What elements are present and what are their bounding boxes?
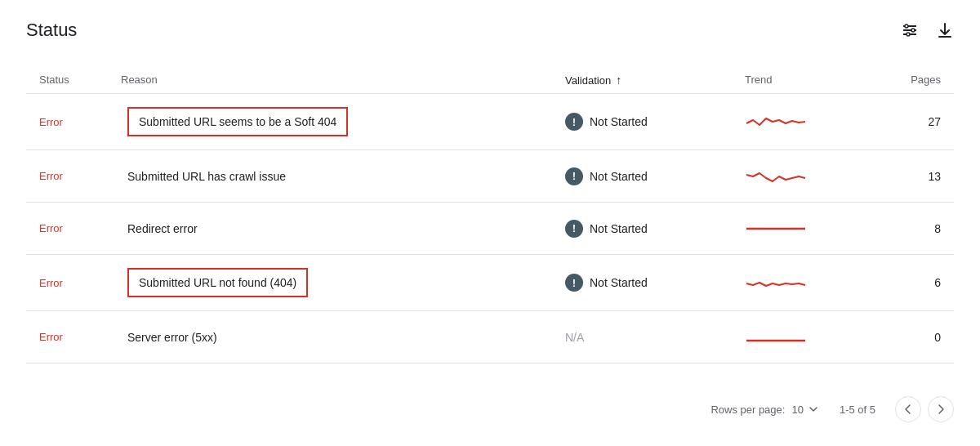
status-cell: Error <box>39 116 121 128</box>
table-row[interactable]: Error Redirect error ! Not Started 8 <box>26 203 954 255</box>
chevron-down-icon <box>807 403 820 416</box>
col-header-validation[interactable]: Validation ↑ <box>565 74 745 87</box>
header-actions <box>900 20 954 40</box>
pages-cell: 13 <box>875 170 941 183</box>
reason-cell: Submitted URL has crawl issue <box>121 157 565 196</box>
validation-icon: ! <box>565 274 583 292</box>
status-cell: Error <box>39 331 121 343</box>
pagination-controls <box>895 396 954 422</box>
table-row[interactable]: Error Submitted URL seems to be a Soft 4… <box>26 94 954 150</box>
page-container: Status Status <box>0 0 980 383</box>
page-range: 1-5 of 5 <box>840 404 875 416</box>
rows-per-page-label: Rows per page: <box>710 404 785 416</box>
filter-button[interactable] <box>900 20 920 40</box>
validation-text: N/A <box>565 331 584 344</box>
rows-per-page-select[interactable]: 10 <box>791 403 819 416</box>
reason-text: Submitted URL has crawl issue <box>127 170 286 183</box>
table-footer: Rows per page: 10 1-5 of 5 <box>0 383 980 435</box>
pages-cell: 8 <box>875 222 941 235</box>
col-header-status: Status <box>39 74 121 87</box>
download-button[interactable] <box>936 21 954 39</box>
table-header: Status Reason Validation ↑ Trend Pages <box>26 67 954 94</box>
trend-cell <box>745 163 875 190</box>
col-header-trend: Trend <box>745 74 875 87</box>
trend-cell <box>745 216 875 242</box>
validation-text: Not Started <box>590 222 648 235</box>
table-row[interactable]: Error Server error (5xx) N/A 0 <box>26 311 954 363</box>
validation-cell: ! Not Started <box>565 167 745 185</box>
validation-text: Not Started <box>590 170 648 183</box>
pages-cell: 0 <box>875 331 941 344</box>
status-cell: Error <box>39 222 121 234</box>
reason-text: Redirect error <box>127 222 198 235</box>
sort-arrow-icon: ↑ <box>616 74 621 87</box>
validation-text: Not Started <box>590 276 648 289</box>
next-page-button[interactable] <box>928 396 954 422</box>
status-cell: Error <box>39 277 121 289</box>
page-header: Status <box>26 20 954 41</box>
col-header-pages: Pages <box>875 74 941 87</box>
svg-point-3 <box>905 25 908 28</box>
chevron-left-icon <box>902 404 914 415</box>
validation-cell: ! Not Started <box>565 113 745 131</box>
validation-text: Not Started <box>590 115 648 128</box>
status-cell: Error <box>39 170 121 182</box>
chevron-right-icon <box>935 404 947 415</box>
rows-per-page-value: 10 <box>791 404 803 416</box>
svg-point-5 <box>906 33 910 36</box>
reason-cell: Submitted URL seems to be a Soft 404 <box>121 94 565 149</box>
trend-cell <box>745 270 875 296</box>
trend-cell <box>745 324 875 350</box>
pages-cell: 6 <box>875 276 941 289</box>
validation-cell: ! Not Started <box>565 220 745 238</box>
trend-cell <box>745 109 875 135</box>
col-header-reason: Reason <box>121 74 565 87</box>
table-row[interactable]: Error Submitted URL not found (404) ! No… <box>26 255 954 311</box>
rows-per-page-control: Rows per page: 10 <box>710 403 820 416</box>
data-table: Status Reason Validation ↑ Trend Pages E… <box>26 67 954 363</box>
svg-point-4 <box>911 29 915 32</box>
reason-text: Submitted URL seems to be a Soft 404 <box>127 107 348 136</box>
validation-cell: N/A <box>565 331 745 344</box>
validation-cell: ! Not Started <box>565 274 745 292</box>
reason-cell: Server error (5xx) <box>121 318 565 357</box>
prev-page-button[interactable] <box>895 396 921 422</box>
validation-icon: ! <box>565 220 583 238</box>
pages-cell: 27 <box>875 115 941 128</box>
reason-text: Server error (5xx) <box>127 331 217 344</box>
reason-cell: Submitted URL not found (404) <box>121 255 565 310</box>
table-row[interactable]: Error Submitted URL has crawl issue ! No… <box>26 150 954 203</box>
validation-icon: ! <box>565 113 583 131</box>
validation-icon: ! <box>565 167 583 185</box>
reason-text: Submitted URL not found (404) <box>127 268 308 297</box>
reason-cell: Redirect error <box>121 209 565 248</box>
page-title: Status <box>26 20 77 41</box>
